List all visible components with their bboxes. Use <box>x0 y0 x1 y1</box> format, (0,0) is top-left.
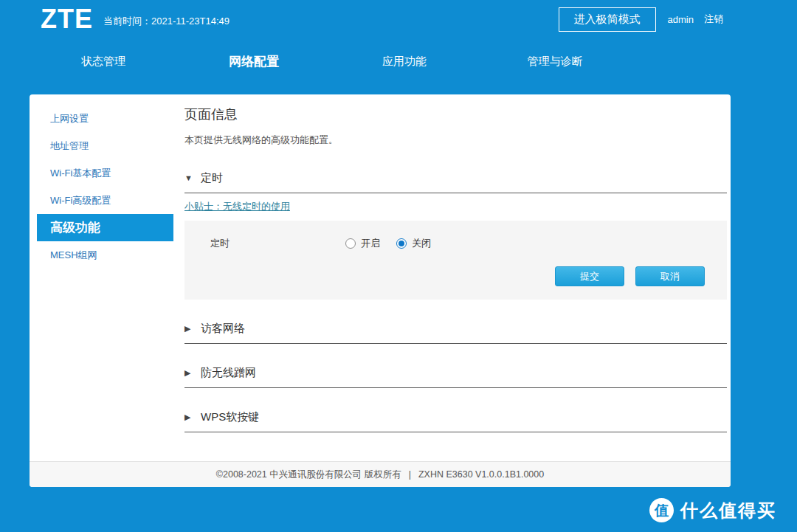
chevron-right-icon: ▶ <box>184 324 201 334</box>
chevron-down-icon: ▼ <box>184 173 201 182</box>
copyright-text: ©2008-2021 中兴通讯股份有限公司 版权所有 <box>216 469 401 481</box>
tab-network-config[interactable]: 网络配置 <box>179 53 329 70</box>
smzdm-watermark-text: 什么值得买 <box>680 499 776 522</box>
logout-link[interactable]: 注销 <box>704 13 723 26</box>
tab-status-management[interactable]: 状态管理 <box>28 55 179 69</box>
current-time: 当前时间：2021-11-23T14:49 <box>103 15 230 28</box>
sidebar-item-wifi-advanced[interactable]: Wi-Fi高级配置 <box>30 187 173 214</box>
radio-unselected-icon[interactable] <box>345 238 356 249</box>
cancel-button[interactable]: 取消 <box>635 266 705 286</box>
divider <box>184 387 727 388</box>
card-footer: ©2008-2021 中兴通讯股份有限公司 版权所有 | ZXHN E3630 … <box>30 461 731 487</box>
section-anti-wifi-squatting-title: 防无线蹭网 <box>201 366 256 380</box>
sidebar-item-address-management[interactable]: 地址管理 <box>30 132 173 159</box>
sidebar-item-internet-settings[interactable]: 上网设置 <box>30 105 173 132</box>
current-time-label: 当前时间： <box>103 15 151 27</box>
chevron-right-icon: ▶ <box>184 368 201 378</box>
main-nav: 状态管理 网络配置 应用功能 管理与诊断 <box>0 38 797 84</box>
section-anti-wifi-squatting-header[interactable]: ▶ 防无线蹭网 <box>184 362 727 383</box>
firmware-version: ZXHN E3630 V1.0.0.1B1.0000 <box>418 469 544 480</box>
radio-on-label: 开启 <box>361 237 380 250</box>
divider <box>184 343 727 344</box>
page-title: 页面信息 <box>184 106 727 123</box>
timer-field-label: 定时 <box>210 237 345 250</box>
tab-management-diagnosis[interactable]: 管理与诊断 <box>480 55 630 69</box>
radio-option-on[interactable]: 开启 <box>345 237 380 250</box>
content-card: 上网设置 地址管理 Wi-Fi基本配置 Wi-Fi高级配置 高级功能 MESH组… <box>30 94 731 487</box>
sidebar-item-mesh-network[interactable]: MESH组网 <box>30 241 173 269</box>
timer-radio-group: 开启 关闭 <box>345 237 447 250</box>
radio-off-label: 关闭 <box>412 237 431 250</box>
main-content: 页面信息 本页提供无线网络的高级功能配置。 ▼ 定时 小贴士：无线定时的使用 定… <box>173 94 731 487</box>
section-timer-header[interactable]: ▼ 定时 <box>184 167 727 188</box>
submit-button[interactable]: 提交 <box>555 266 624 286</box>
section-guest-network-title: 访客网络 <box>201 322 245 336</box>
sidebar: 上网设置 地址管理 Wi-Fi基本配置 Wi-Fi高级配置 高级功能 MESH组… <box>30 94 173 487</box>
sidebar-item-advanced-functions[interactable]: 高级功能 <box>37 214 173 241</box>
page-description: 本页提供无线网络的高级功能配置。 <box>184 134 727 147</box>
smzdm-watermark: 值 什么值得买 <box>649 498 776 522</box>
section-wps-soft-button-title: WPS软按键 <box>201 410 259 424</box>
top-header: ZTE 当前时间：2021-11-23T14:49 进入极简模式 admin 注… <box>0 0 797 38</box>
section-timer-title: 定时 <box>201 171 223 185</box>
simple-mode-button[interactable]: 进入极简模式 <box>559 7 656 32</box>
section-guest-network: ▶ 访客网络 <box>184 318 727 344</box>
timer-tip-link[interactable]: 小贴士：无线定时的使用 <box>184 200 290 213</box>
divider <box>184 432 727 432</box>
section-anti-wifi-squatting: ▶ 防无线蹭网 <box>184 362 727 388</box>
username-label[interactable]: admin <box>668 14 694 25</box>
section-wps-soft-button: ▶ WPS软按键 <box>184 407 727 432</box>
divider <box>184 193 727 193</box>
tab-application-function[interactable]: 应用功能 <box>329 55 480 69</box>
section-guest-network-header[interactable]: ▶ 访客网络 <box>184 318 727 339</box>
current-time-value: 2021-11-23T14:49 <box>151 15 230 27</box>
timer-field-row: 定时 开启 关闭 <box>210 237 727 250</box>
chevron-right-icon: ▶ <box>184 412 201 422</box>
smzdm-logo-icon: 值 <box>649 498 674 522</box>
section-wps-soft-button-header[interactable]: ▶ WPS软按键 <box>184 407 727 427</box>
section-timer: ▼ 定时 小贴士：无线定时的使用 定时 开启 关闭 <box>184 167 727 300</box>
zte-logo: ZTE <box>41 0 93 38</box>
sidebar-item-wifi-basic[interactable]: Wi-Fi基本配置 <box>30 159 173 187</box>
timer-panel: 定时 开启 关闭 提交 取消 <box>184 221 727 300</box>
footer-separator: | <box>409 469 411 480</box>
radio-option-off[interactable]: 关闭 <box>396 237 431 250</box>
timer-buttons: 提交 取消 <box>555 266 705 286</box>
radio-selected-icon[interactable] <box>396 238 407 249</box>
